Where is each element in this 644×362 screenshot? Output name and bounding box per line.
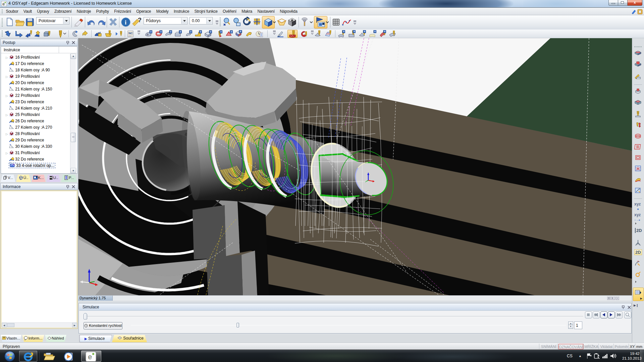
svg-text:?: ?	[138, 17, 142, 23]
svg-text:e: e	[88, 353, 92, 361]
svg-text:i: i	[125, 19, 126, 26]
svg-text:NC: NC	[128, 32, 133, 35]
svg-text:e: e	[2, 1, 5, 6]
